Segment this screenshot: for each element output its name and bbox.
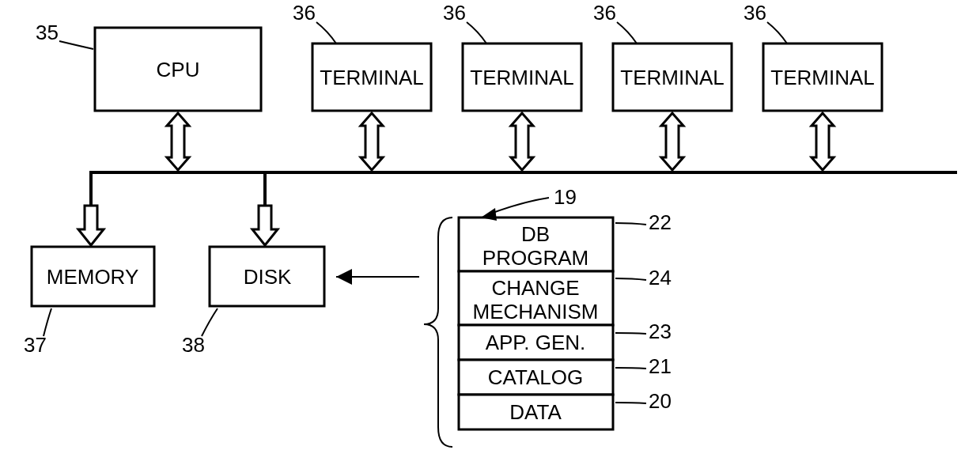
arrow-t1-bus xyxy=(361,113,383,170)
ref-19: 19 xyxy=(554,185,577,209)
ref-36-4: 36 xyxy=(744,1,766,25)
db-program-l1: DB xyxy=(521,222,550,246)
brace-icon xyxy=(424,217,452,447)
svg-marker-9 xyxy=(336,269,352,285)
terminal-label-2: TERMINAL xyxy=(470,66,573,89)
terminal-label-3: TERMINAL xyxy=(620,66,724,89)
ref-21: 21 xyxy=(649,354,672,378)
change-l1: CHANGE xyxy=(491,276,579,300)
appgen-label: APP. GEN. xyxy=(486,331,586,354)
ref-35: 35 xyxy=(36,21,59,44)
db-program-l2: PROGRAM xyxy=(482,246,588,270)
ref-37: 37 xyxy=(24,333,47,357)
arrow-t2-bus xyxy=(511,113,533,170)
memory-label: MEMORY xyxy=(47,265,139,289)
system-diagram: CPU TERMINAL TERMINAL TERMINAL TERMINAL … xyxy=(0,0,980,469)
change-l2: MECHANISM xyxy=(473,300,599,323)
cpu-label: CPU xyxy=(157,58,200,81)
data-label: DATA xyxy=(509,400,562,424)
catalog-label: CATALOG xyxy=(488,365,583,389)
ref-24: 24 xyxy=(649,266,672,289)
ref-38: 38 xyxy=(182,333,205,357)
terminal-label-4: TERMINAL xyxy=(770,66,874,89)
ref-20: 20 xyxy=(649,389,672,413)
arrow-bus-disk xyxy=(252,206,278,245)
ref-23: 23 xyxy=(649,320,672,343)
terminal-block-4: TERMINAL xyxy=(763,43,882,111)
arrow-t3-bus xyxy=(661,113,683,170)
terminal-block-1: TERMINAL xyxy=(312,43,431,111)
arrow-bus-memory xyxy=(78,206,104,245)
ref-36-2: 36 xyxy=(443,1,466,25)
memory-block: MEMORY xyxy=(32,247,154,306)
arrow-cpu-bus xyxy=(167,113,189,170)
terminal-block-2: TERMINAL xyxy=(463,43,581,111)
bus-line xyxy=(91,172,957,206)
cpu-block: CPU xyxy=(95,28,261,111)
arrow-t4-bus xyxy=(812,113,834,170)
ref-22: 22 xyxy=(649,210,672,234)
stack: DB PROGRAM CHANGE MECHANISM APP. GEN. CA… xyxy=(459,217,613,429)
ref-36-1: 36 xyxy=(293,1,316,25)
disk-label: DISK xyxy=(244,265,292,289)
terminal-block-3: TERMINAL xyxy=(613,43,732,111)
ref-36-3: 36 xyxy=(593,1,616,25)
terminal-label-1: TERMINAL xyxy=(320,66,423,89)
disk-block: DISK xyxy=(210,247,324,306)
